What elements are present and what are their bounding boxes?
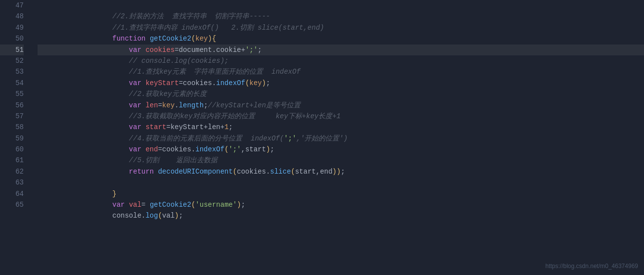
line-num-52: 52 (0, 55, 24, 66)
line-num-62: 62 (0, 166, 24, 177)
code-line-63: } (38, 177, 644, 188)
line-num-63: 63 (0, 177, 24, 188)
line-num-53: 53 (0, 66, 24, 77)
line-num-64: 64 (0, 188, 24, 199)
line-num-56: 56 (0, 100, 24, 111)
line-num-55: 55 (0, 89, 24, 99)
code-line-64: var val= getCookie2('username'); (38, 188, 644, 199)
line-num-58: 58 (0, 122, 24, 133)
line-num-60: 60 (0, 144, 24, 155)
line-num-65: 65 (0, 199, 24, 210)
line-num-50: 50 (0, 33, 24, 44)
line-num-54: 54 (0, 78, 24, 89)
line-num-49: 49 (0, 22, 24, 33)
line-num-47: 47 (0, 0, 24, 11)
line-num-59: 59 (0, 133, 24, 144)
line-num-48: 48 (0, 11, 24, 22)
line-num-61: 61 (0, 155, 24, 166)
code-content: //2.封装的方法 查找字符串 切割字符串----- //1.查找字符串内容 i… (30, 0, 644, 275)
code-line-47: //2.封装的方法 查找字符串 切割字符串----- (38, 0, 644, 11)
line-numbers: 47 48 49 50 51 52 53 54 55 56 57 58 59 6… (0, 0, 30, 275)
code-editor: 47 48 49 50 51 52 53 54 55 56 57 58 59 6… (0, 0, 644, 275)
line-num-51: 51 (0, 45, 24, 55)
line-num-57: 57 (0, 111, 24, 122)
watermark: https://blog.csdn.net/m0_46374969 (546, 262, 638, 271)
